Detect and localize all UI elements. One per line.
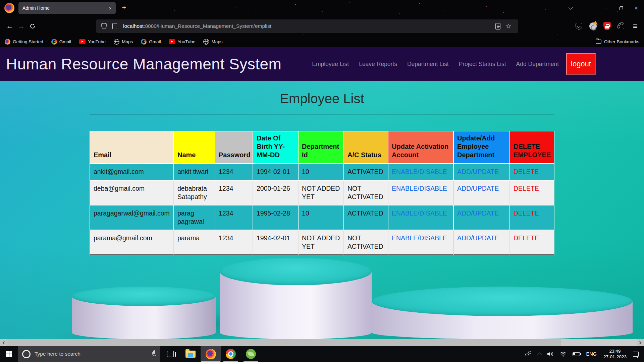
microphone-icon[interactable]	[152, 350, 156, 358]
reader-mode-icon[interactable]	[493, 22, 502, 31]
bookmark-item[interactable]: YouTube	[169, 39, 195, 44]
google-icon	[51, 39, 57, 45]
cell-dob: 2000-01-26	[253, 181, 299, 205]
column-header: Password	[215, 131, 253, 164]
employee-row: ankit@gmail.comankit tiwari12341994-02-0…	[90, 164, 554, 181]
extensions-puzzle-icon[interactable]	[615, 20, 627, 32]
spring-tool-taskbar-button[interactable]	[241, 346, 261, 362]
bookmark-item[interactable]: YouTube	[79, 39, 106, 44]
bookmark-item[interactable]: Maps	[114, 39, 133, 45]
taskbar-search-input[interactable]: Type here to search	[18, 346, 160, 362]
people-icon[interactable]	[522, 346, 535, 362]
delete-link-cell: DELETE	[510, 205, 554, 230]
add-update-link-cell: ADD/UPDATE	[454, 205, 510, 230]
menu-hamburger-icon[interactable]: ≡	[629, 20, 641, 32]
cell-department-id: 10	[299, 164, 344, 181]
enable-disable-link-cell: ENABLE/DISABLE	[388, 205, 454, 230]
nav-link-employee-list[interactable]: Employee List	[312, 61, 349, 68]
clock[interactable]: 23:49 27-01-2023	[600, 348, 630, 360]
nav-link-leave-reports[interactable]: Leave Reports	[359, 61, 397, 68]
action-center-icon[interactable]	[630, 346, 644, 362]
windows-logo-icon	[6, 351, 12, 357]
cell-dob: 1994-02-01	[253, 164, 299, 181]
nav-link-department-list[interactable]: Department List	[407, 61, 449, 68]
cell-department-id: NOT ADDED YET	[299, 230, 344, 255]
task-view-button[interactable]	[160, 346, 180, 362]
scroll-left-arrow[interactable]	[0, 339, 7, 346]
column-header: Update/Add Employee Department	[454, 131, 510, 164]
add-update-link[interactable]: ADD/UPDATE	[457, 209, 499, 217]
new-tab-button[interactable]: +	[119, 3, 129, 13]
nav-link-project-status-list[interactable]: Project Status List	[459, 61, 506, 68]
start-button[interactable]	[0, 346, 18, 362]
page-title: Employee List	[0, 81, 644, 106]
cell-department-id: 10	[299, 205, 344, 230]
chrome-taskbar-button[interactable]	[221, 346, 241, 362]
tab-close-icon[interactable]: ×	[109, 5, 112, 11]
bookmark-item[interactable]: Gmail	[51, 39, 71, 45]
bookmark-item[interactable]: Gmail	[141, 39, 161, 45]
delete-link[interactable]: DELETE	[514, 185, 539, 192]
employee-table: EmailNamePasswordDate Of Birth YY-MM-DDD…	[90, 131, 554, 255]
tray-expand-icon[interactable]	[535, 346, 544, 362]
wifi-icon[interactable]	[557, 346, 570, 362]
reload-button[interactable]	[27, 20, 38, 32]
bookmarks-bar: Getting StartedGmailYouTubeMapsGmailYouT…	[0, 36, 644, 47]
enable-disable-link[interactable]: ENABLE/DISABLE	[392, 185, 447, 192]
shield-icon[interactable]	[100, 22, 108, 31]
back-button[interactable]: ←	[4, 20, 15, 32]
bookmark-item[interactable]: Maps	[203, 39, 222, 45]
bookmark-item[interactable]: Getting Started	[5, 39, 43, 45]
delete-link-cell: DELETE	[510, 181, 554, 205]
enable-disable-link[interactable]: ENABLE/DISABLE	[392, 168, 447, 175]
horizontal-scrollbar[interactable]	[0, 339, 644, 346]
bookmark-star-icon[interactable]: ☆	[504, 22, 513, 31]
enable-disable-link[interactable]: ENABLE/DISABLE	[392, 209, 447, 217]
delete-link[interactable]: DELETE	[514, 168, 539, 175]
file-explorer-button[interactable]	[180, 346, 201, 362]
other-bookmarks-button[interactable]: Other Bookmarks	[596, 39, 639, 44]
page-info-icon[interactable]	[110, 22, 119, 31]
taskbar: Type here to search ENG 23:49	[0, 346, 644, 362]
cell-password: 1234	[215, 230, 253, 255]
extension-account-icon[interactable]	[587, 20, 599, 32]
bookmark-label: Getting Started	[13, 39, 43, 44]
cell-password: 1234	[215, 164, 253, 181]
battery-icon[interactable]	[570, 346, 583, 362]
delete-link-cell: DELETE	[510, 164, 554, 181]
youtube-icon	[169, 39, 175, 44]
titlebar: Admin Home × + − ×	[0, 0, 644, 16]
bookmark-label: Gmail	[59, 39, 71, 44]
firefox-taskbar-button[interactable]	[201, 346, 221, 362]
delete-link[interactable]: DELETE	[514, 209, 539, 217]
browser-tab[interactable]: Admin Home ×	[18, 2, 116, 14]
bookmark-label: Maps	[122, 39, 133, 44]
logout-button[interactable]: logout	[566, 53, 596, 75]
add-update-link[interactable]: ADD/UPDATE	[457, 185, 499, 192]
security-extension-icon[interactable]	[601, 20, 613, 32]
add-update-link[interactable]: ADD/UPDATE	[457, 168, 499, 175]
enable-disable-link-cell: ENABLE/DISABLE	[388, 181, 454, 205]
minimize-button[interactable]: −	[598, 0, 613, 16]
enable-disable-link-cell: ENABLE/DISABLE	[388, 164, 454, 181]
delete-link[interactable]: DELETE	[514, 234, 539, 242]
nav-link-add-department[interactable]: Add Department	[516, 61, 559, 68]
add-update-link[interactable]: ADD/UPDATE	[457, 234, 499, 242]
tab-title: Admin Home	[22, 5, 50, 11]
scroll-right-arrow[interactable]	[637, 339, 644, 346]
column-header: DELETE EMPLOYEE	[510, 131, 554, 164]
forward-button[interactable]: →	[15, 20, 27, 32]
pocket-icon[interactable]	[573, 20, 585, 32]
scrollbar-thumb[interactable]	[7, 339, 561, 346]
firefox-logo-icon	[4, 3, 14, 13]
language-indicator[interactable]: ENG	[583, 346, 600, 362]
speaker-icon[interactable]	[544, 346, 557, 362]
restore-button[interactable]	[613, 0, 629, 16]
cell-password: 1234	[215, 181, 253, 205]
tab-list-dropdown-icon[interactable]	[563, 0, 578, 16]
url-bar[interactable]: localhost:8080/Human_Resource_Management…	[96, 19, 518, 33]
cell-ac-status: ACTIVATED	[344, 164, 388, 181]
navigation-toolbar: ← → localhost:8080/Human_Resource_Manage…	[0, 16, 644, 36]
enable-disable-link[interactable]: ENABLE/DISABLE	[392, 234, 447, 242]
close-button[interactable]: ×	[629, 0, 644, 16]
